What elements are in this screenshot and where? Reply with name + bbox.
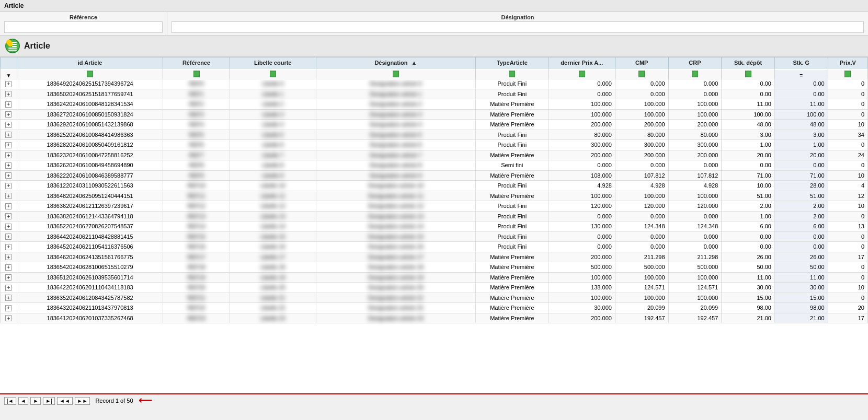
table-row[interactable]: +183646202406241351561766775REF17Libelle… — [1, 252, 868, 262]
table-row[interactable]: +183623202406100847258816252REF7Libelle … — [1, 150, 868, 160]
nav-last-button[interactable]: ►| — [43, 397, 55, 405]
table-row[interactable]: +183650202406251518177659741REF1Libelle … — [1, 89, 868, 99]
expand-cell[interactable]: + — [1, 170, 17, 181]
table-row[interactable]: +183649202406251517394396724REF0Libelle … — [1, 79, 868, 89]
expand-icon[interactable]: + — [5, 81, 12, 87]
table-row[interactable]: +183622202406100846389588777REF9Libelle … — [1, 170, 868, 181]
filter-prix-v[interactable] — [828, 69, 867, 80]
expand-icon[interactable]: + — [5, 183, 12, 189]
table-row[interactable]: +183629202406100851432139868REF4Libelle … — [1, 120, 868, 130]
expand-cell[interactable]: + — [1, 89, 17, 99]
col-header-crp[interactable]: CRP — [668, 57, 722, 68]
table-row[interactable]: +183635202406120843425787582REF21Libelle… — [1, 293, 868, 303]
expand-cell[interactable]: + — [1, 293, 17, 303]
col-header-stk-g[interactable]: Stk. G — [774, 57, 828, 68]
filter-type[interactable] — [475, 69, 549, 80]
expand-icon[interactable]: + — [5, 152, 12, 158]
expand-cell[interactable]: + — [1, 99, 17, 110]
search-reference-input[interactable] — [4, 21, 163, 33]
nav-prev-page-button[interactable]: ◄◄ — [57, 397, 73, 405]
table-row[interactable]: +183651202406261039535601714REF19Libelle… — [1, 272, 868, 283]
expand-cell[interactable]: + — [1, 181, 17, 191]
expand-icon[interactable]: + — [5, 234, 12, 240]
table-row[interactable]: +183642202406201110434118183REF20Libelle… — [1, 283, 868, 293]
expand-icon[interactable]: + — [5, 285, 12, 291]
filter-libelle[interactable] — [230, 69, 316, 80]
expand-cell[interactable]: + — [1, 211, 17, 221]
expand-cell[interactable]: + — [1, 160, 17, 171]
table-row[interactable]: +183625202406100848414986363REF5Libelle … — [1, 130, 868, 140]
expand-cell[interactable]: + — [1, 221, 17, 232]
expand-icon[interactable]: + — [5, 213, 12, 219]
table-row[interactable]: +183636202406121126397239617REF12Libelle… — [1, 201, 868, 212]
table-row[interactable]: +183643202406211013437970813REF22Libelle… — [1, 303, 868, 313]
table-row[interactable]: +183645202406211054116376506REF16Libelle… — [1, 242, 868, 252]
table-row[interactable]: +183612202403110930522611563REF10Libelle… — [1, 181, 868, 191]
table-row[interactable]: +183654202406281006515510279REF18Libelle… — [1, 262, 868, 273]
filter-cmp[interactable] — [615, 69, 668, 80]
col-header-prix-v[interactable]: Prix.V — [828, 57, 867, 68]
expand-icon[interactable]: + — [5, 254, 12, 260]
nav-next-button[interactable]: ► — [30, 397, 41, 405]
nav-next-page-button[interactable]: ►► — [75, 397, 90, 405]
filter-desig[interactable] — [316, 69, 475, 80]
expand-cell[interactable]: + — [1, 231, 17, 242]
expand-icon[interactable]: + — [5, 122, 12, 128]
expand-cell[interactable]: + — [1, 120, 17, 130]
expand-icon[interactable]: + — [5, 264, 12, 271]
expand-cell[interactable]: + — [1, 262, 17, 273]
expand-icon[interactable]: + — [5, 111, 12, 118]
expand-cell[interactable]: + — [1, 313, 17, 323]
expand-icon[interactable]: + — [5, 203, 12, 209]
expand-icon[interactable]: + — [5, 162, 12, 169]
col-header-libelle[interactable]: Libelle courte — [230, 57, 316, 68]
expand-icon[interactable]: + — [5, 142, 12, 148]
col-header-cmp[interactable]: CMP — [615, 57, 668, 68]
expand-icon[interactable]: + — [5, 193, 12, 199]
filter-ref[interactable] — [163, 69, 230, 80]
table-row[interactable]: +183638202406121443364794118REF13Libelle… — [1, 211, 868, 221]
expand-cell[interactable]: + — [1, 201, 17, 212]
expand-icon[interactable]: + — [5, 305, 12, 311]
col-header-id-article[interactable]: id Article — [17, 57, 163, 68]
filter-id[interactable] — [17, 69, 163, 80]
expand-cell[interactable]: + — [1, 191, 17, 201]
expand-cell[interactable]: + — [1, 252, 17, 262]
expand-icon[interactable]: + — [5, 172, 12, 179]
expand-cell[interactable]: + — [1, 79, 17, 89]
expand-icon[interactable]: + — [5, 274, 12, 281]
expand-cell[interactable]: + — [1, 109, 17, 120]
table-row[interactable]: +183644202406211048428881415REF15Libelle… — [1, 231, 868, 242]
grid-wrapper[interactable]: id Article Référence Libelle courte Dési… — [0, 57, 868, 393]
col-header-dernier-prix[interactable]: dernier Prix A... — [549, 57, 615, 68]
nav-prev-button[interactable]: ◄ — [18, 397, 29, 405]
table-row[interactable]: +183652202406270826207548537REF14Libelle… — [1, 221, 868, 232]
expand-icon[interactable]: + — [5, 101, 12, 108]
expand-cell[interactable]: + — [1, 150, 17, 160]
col-header-designation[interactable]: Désignation ▲ — [316, 57, 475, 68]
expand-icon[interactable]: + — [5, 295, 12, 301]
table-row[interactable]: +183628202406100850409161812REF6Libelle … — [1, 140, 868, 150]
filter-dernier-prix[interactable] — [549, 69, 615, 80]
expand-cell[interactable]: + — [1, 283, 17, 293]
expand-icon[interactable]: + — [5, 315, 12, 321]
expand-cell[interactable]: + — [1, 130, 17, 140]
expand-icon[interactable]: + — [5, 224, 12, 230]
expand-cell[interactable]: + — [1, 303, 17, 313]
expand-icon[interactable]: + — [5, 91, 12, 97]
col-header-reference[interactable]: Référence — [163, 57, 230, 68]
search-designation-input[interactable] — [172, 21, 864, 33]
table-row[interactable]: +183641202406201037335267468REF23Libelle… — [1, 313, 868, 323]
expand-icon[interactable]: + — [5, 132, 12, 138]
table-row[interactable]: +183624202406100848128341534REF2Libelle … — [1, 99, 868, 110]
filter-crp[interactable] — [668, 69, 722, 80]
table-row[interactable]: +183648202406250951240444151REF11Libelle… — [1, 191, 868, 201]
col-header-type[interactable]: TypeArticle — [475, 57, 549, 68]
filter-stk-depot[interactable] — [722, 69, 775, 80]
expand-cell[interactable]: + — [1, 272, 17, 283]
table-row[interactable]: +183626202406100849458694890REF8Libelle … — [1, 160, 868, 171]
col-header-stk-depot[interactable]: Stk. dépôt — [722, 57, 775, 68]
nav-first-button[interactable]: |◄ — [4, 397, 16, 405]
expand-cell[interactable]: + — [1, 140, 17, 150]
expand-cell[interactable]: + — [1, 242, 17, 252]
